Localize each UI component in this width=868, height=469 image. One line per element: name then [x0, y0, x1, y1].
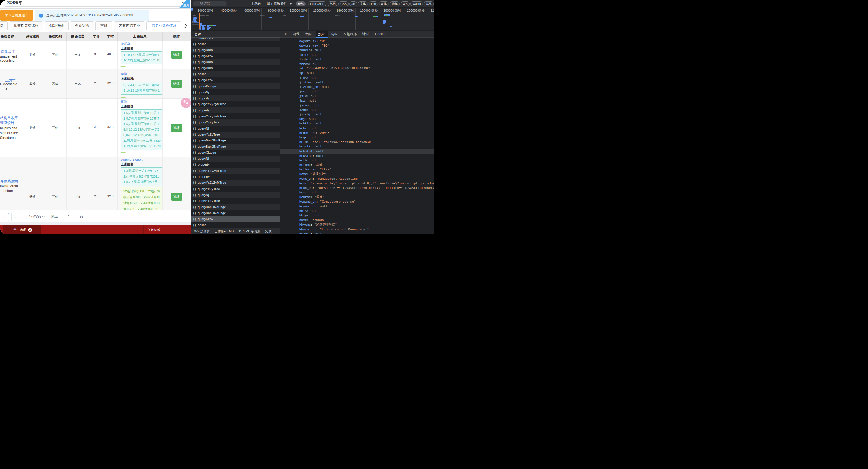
json-property[interactable]: kcgs: null: [280, 135, 434, 140]
request-row[interactable]: {}online: [191, 222, 280, 228]
json-property[interactable]: kbj: null: [280, 117, 434, 121]
request-row[interactable]: {}online: [191, 41, 280, 47]
tab-重修[interactable]: 重修: [95, 21, 113, 30]
detail-tab-负载[interactable]: 负载: [304, 31, 314, 38]
tab-创新实验[interactable]: 创新实验: [70, 21, 94, 30]
request-row[interactable]: {}queryKxrw: [191, 53, 280, 59]
pick-course-button[interactable]: 选课: [171, 80, 182, 88]
request-row[interactable]: {}queryYxZyZyfxTree: [191, 180, 280, 186]
json-property[interactable]: jsz: null: [280, 98, 434, 103]
close-icon[interactable]: ✕: [284, 31, 287, 38]
student-course-tab[interactable]: 学生选课 ✕: [3, 225, 41, 234]
json-property[interactable]: kkjys: null: [280, 213, 434, 218]
request-row[interactable]: {}queryXiaoqu: [191, 150, 280, 156]
request-row[interactable]: {}queryXiaoqu: [191, 83, 280, 89]
filter-pill-其他[interactable]: 其他: [424, 1, 434, 6]
filter-pill-全部[interactable]: 全部: [296, 1, 306, 6]
json-property[interactable]: jfxs: null: [280, 76, 434, 80]
json-property[interactable]: jslx: null: [280, 94, 434, 98]
filter-pill-JS[interactable]: JS: [349, 1, 357, 6]
json-property[interactable]: kcjxlx: null: [280, 144, 434, 149]
filter-pill-清单[interactable]: 清单: [390, 1, 400, 6]
request-row[interactable]: {}queryBanJiNoPage: [191, 210, 280, 216]
request-row[interactable]: content.css: [191, 38, 280, 41]
course-name-link[interactable]: 结构基本原: [0, 116, 18, 121]
json-property[interactable]: dwyxrs_fx: "0": [280, 39, 434, 43]
page-size-select[interactable]: 17 条/页: [26, 211, 48, 222]
detail-tab-计时[interactable]: 计时: [360, 31, 371, 38]
request-row[interactable]: {}queryYxZyZyfxTree: [191, 101, 280, 107]
study-progress-button[interactable]: 学习进度直通车: [0, 10, 33, 21]
json-property[interactable]: kkyxmc: "经济管理学院": [280, 223, 434, 227]
request-row[interactable]: {}queryYxZyTree: [191, 186, 280, 192]
request-row[interactable]: {}queryBanJiNoPage: [191, 137, 280, 143]
request-row[interactable]: {}queryYxZyZyfxTree: [191, 168, 280, 174]
selection-handle[interactable]: [191, 8, 193, 11]
pick-course-button[interactable]: 选课: [171, 193, 182, 201]
invert-checkbox[interactable]: [250, 2, 253, 5]
json-property[interactable]: kclbmc: "其他": [280, 163, 434, 167]
filter-pill-Wasm[interactable]: Wasm: [410, 1, 423, 6]
network-overview-timeline[interactable]: 20000 毫秒40000 毫秒60000 毫秒80000 毫秒100000 毫…: [191, 8, 434, 30]
json-property[interactable]: kcxx_en: "<p><a href=\"javascript:void(0…: [280, 186, 434, 190]
term-select[interactable]: 2025春季: [4, 0, 187, 6]
json-property[interactable]: fzzxh: null: [280, 62, 434, 66]
teacher-link[interactable]: 张冰: [121, 100, 163, 104]
json-property[interactable]: fakclb: null: [280, 48, 434, 53]
json-property[interactable]: dwyxrs_wzy: "93": [280, 43, 434, 48]
tab-创新研修[interactable]: 创新研修: [44, 21, 69, 30]
json-property[interactable]: jmsj: null: [280, 89, 434, 94]
course-name-link[interactable]: 件体系结构: [0, 179, 18, 184]
request-row[interactable]: {}property: [191, 162, 280, 168]
json-property[interactable]: kcywmc_en: null: [280, 204, 434, 209]
request-row[interactable]: {}queryYxZyTree: [191, 198, 280, 204]
close-circle-icon[interactable]: ✕: [28, 228, 32, 232]
json-property[interactable]: kcxzmc_en: "Compulsory course": [280, 200, 434, 204]
request-row[interactable]: {}queryYxZyTree: [191, 132, 280, 137]
tab-跨专业课程体系[interactable]: 跨专业课程体系: [147, 21, 181, 30]
request-row[interactable]: {}property: [191, 95, 280, 101]
json-property[interactable]: ip: null: [280, 71, 434, 75]
json-property[interactable]: kcmc: "管理会计": [280, 172, 434, 176]
filter-input[interactable]: 筛选器: [193, 1, 226, 6]
detail-tab-预览[interactable]: 预览: [316, 31, 328, 38]
json-property[interactable]: kcxz: null: [280, 190, 434, 195]
json-property[interactable]: id: "25096DC647EFD153E0630C18F80A039C": [280, 66, 434, 71]
request-row[interactable]: {}queryNj: [191, 89, 280, 95]
json-property[interactable]: ksapfs: null: [280, 232, 434, 234]
jump-page-input[interactable]: 1: [62, 211, 76, 222]
request-row[interactable]: {}queryDmb: [191, 47, 280, 53]
json-property[interactable]: jzdx: null: [280, 108, 434, 112]
next-page-button[interactable]: [11, 213, 20, 222]
json-property[interactable]: kcmc_en: "Management Accounting": [280, 177, 434, 181]
filter-pill-CSS[interactable]: CSS: [338, 1, 348, 6]
json-property[interactable]: kkyx: "600006": [280, 218, 434, 222]
json-property[interactable]: kcbklb: null: [280, 121, 434, 126]
request-row[interactable]: {}queryKxrw: [191, 216, 280, 222]
tab-课[interactable]: 课: [0, 21, 8, 30]
json-property[interactable]: kkyxmc_en: "Economics and Management": [280, 227, 434, 232]
request-row[interactable]: {}property: [191, 107, 280, 113]
json-property[interactable]: fzjhid: null: [280, 57, 434, 62]
translate-button[interactable]: 中 A: [181, 98, 191, 108]
json-property[interactable]: kclb: null: [280, 158, 434, 163]
teacher-link[interactable]: 游相华: [121, 42, 163, 46]
filter-pill-WS[interactable]: WS: [401, 1, 410, 6]
tab-方案内跨专业[interactable]: 方案内跨专业: [114, 21, 145, 30]
detail-tab-Cookie[interactable]: Cookie: [373, 31, 388, 38]
teacher-link[interactable]: Joanna Siebert: [121, 158, 163, 162]
json-property[interactable]: kckslb2: null: [280, 154, 434, 158]
filter-pill-媒体[interactable]: 媒体: [379, 1, 389, 6]
course-name-link[interactable]: 管理会计: [1, 49, 15, 54]
json-property[interactable]: khfs: null: [280, 209, 434, 213]
json-property[interactable]: jfzlbmc_en: null: [280, 85, 434, 89]
request-row[interactable]: {}online: [191, 71, 280, 77]
request-row[interactable]: {}queryBanJiNoPage: [191, 204, 280, 210]
request-row[interactable]: {}queryNj: [191, 192, 280, 198]
request-row[interactable]: {}queryNj: [191, 126, 280, 132]
request-row[interactable]: {}queryYxZyTree: [191, 120, 280, 125]
filter-pill-字体[interactable]: 字体: [358, 1, 368, 6]
requests-header[interactable]: 名称: [191, 31, 280, 38]
tab-竞赛指导类课程[interactable]: 竞赛指导类课程: [9, 21, 43, 30]
teacher-link[interactable]: 泰培: [121, 72, 163, 76]
